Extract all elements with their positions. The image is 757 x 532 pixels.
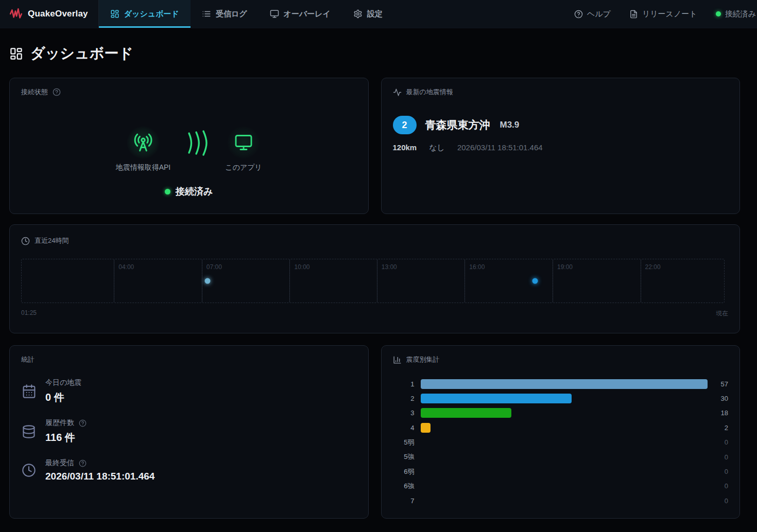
card-title-row: 最新の地震情報	[393, 87, 729, 97]
connection-diagram: 地震情報取得API このアプリ	[21, 126, 357, 172]
intensity-chart-card: 震度別集計 157230318425弱05強06弱06強070	[381, 345, 741, 519]
intensity-count-value: 30	[715, 395, 728, 402]
intensity-bar-track	[421, 437, 708, 447]
quake-event-dot[interactable]	[205, 278, 211, 284]
connection-status-text: 接続済み	[176, 185, 213, 198]
intensity-bar-track	[421, 379, 708, 389]
timeline-tick-label: 04:00	[118, 263, 134, 271]
app-node-label: このアプリ	[225, 163, 262, 172]
help-label: ヘルプ	[587, 9, 611, 19]
latest-quake-card: 最新の地震情報 2 青森県東方沖 M3.9 120km なし 2026/03/1…	[381, 78, 741, 214]
intensity-count-value: 57	[715, 380, 728, 388]
intensity-count-value: 0	[715, 468, 728, 475]
timeline-range-labels: 01:25 現在	[21, 309, 728, 318]
intensity-count-value: 0	[715, 438, 728, 446]
intensity-row: 5弱0	[393, 435, 729, 450]
intensity-row: 42	[393, 420, 729, 435]
waveform-logo-icon	[9, 7, 23, 21]
help-circle-icon[interactable]	[79, 419, 87, 427]
intensity-chart-rows: 157230318425弱05強06弱06強070	[393, 377, 729, 508]
intensity-chart-title: 震度別集計	[406, 355, 440, 364]
document-icon	[629, 10, 638, 19]
connection-card-title: 接続状態	[21, 87, 48, 97]
page-title: ダッシュボード	[30, 44, 133, 63]
timeline-tick-label: 22:00	[645, 263, 661, 271]
help-link[interactable]: ヘルプ	[574, 9, 611, 19]
tab-label: 受信ログ	[216, 9, 247, 19]
timeline-start-label: 01:25	[21, 309, 37, 318]
timeline-segment: 13:00	[377, 259, 466, 303]
tab-reception-log[interactable]: 受信ログ	[191, 0, 259, 28]
connection-status-card: 接続状態 地震情報取得API	[9, 78, 369, 214]
intensity-bar-track	[421, 467, 708, 476]
stat-value-today: 0 件	[45, 391, 81, 404]
help-circle-icon[interactable]	[53, 88, 61, 96]
clock-icon	[21, 237, 30, 245]
intensity-count-value: 2	[715, 424, 728, 432]
intensity-category-label: 5強	[393, 452, 415, 462]
intensity-count-value: 18	[715, 409, 728, 417]
release-notes-label: リリースノート	[642, 9, 697, 19]
depth-value: 120km	[393, 143, 417, 152]
connected-dot-icon	[716, 11, 721, 16]
intensity-category-label: 5弱	[393, 438, 415, 447]
intensity-row: 230	[393, 391, 729, 405]
tab-overlay[interactable]: オーバーレイ	[259, 0, 342, 28]
tab-label: ダッシュボード	[124, 9, 179, 19]
bar-chart-icon	[393, 356, 402, 364]
intensity-category-label: 6強	[393, 482, 415, 491]
latest-quake-card-title: 最新の地震情報	[406, 87, 453, 97]
timeline-segment: 10:00	[289, 259, 377, 303]
connection-status-indicator: 接続済み	[716, 9, 756, 19]
intensity-category-label: 2	[393, 395, 415, 402]
api-node: 地震情報取得API	[116, 126, 171, 172]
intensity-row: 157	[393, 377, 729, 391]
nav-tabs: ダッシュボード 受信ログ オーバーレイ 設定	[98, 0, 394, 28]
help-circle-icon[interactable]	[79, 459, 87, 467]
card-title-row: 直近24時間	[21, 236, 728, 245]
intensity-row: 6強0	[393, 479, 729, 493]
activity-icon	[393, 88, 402, 97]
release-notes-link[interactable]: リリースノート	[629, 9, 697, 19]
top-navbar: QuakeOverlay ダッシュボード 受信ログ オーバーレイ 設定	[0, 0, 757, 28]
quake-details: 120km なし 2026/03/11 18:51:01.464	[393, 143, 729, 153]
tab-settings[interactable]: 設定	[342, 0, 394, 28]
timeline-segment: 16:00	[464, 259, 553, 303]
stat-item-history: 履歴件数 116 件	[21, 418, 357, 445]
timeline-tick-label: 07:00	[207, 263, 222, 271]
stat-label: 今日の地震	[45, 378, 81, 387]
timeline-tick-label: 13:00	[382, 263, 397, 271]
stat-item-last-received: 最終受信 2026/03/11 18:51:01.464	[21, 458, 357, 482]
quake-event-dot[interactable]	[532, 278, 538, 284]
card-title-row: 統計	[21, 355, 357, 364]
timeline-segment: 07:00	[202, 259, 290, 303]
connected-dot-icon	[165, 189, 170, 194]
quake-headline: 2 青森県東方沖 M3.9	[393, 116, 729, 134]
intensity-row: 6弱0	[393, 464, 729, 478]
connection-status-line: 接続済み	[21, 185, 357, 198]
timeline-card: 直近24時間 04:0007:0010:0013:0016:0019:0022:…	[9, 224, 740, 333]
intensity-bar-track	[421, 481, 708, 491]
stat-item-today: 今日の地震 0 件	[21, 378, 357, 404]
clock-icon	[21, 463, 37, 477]
timeline-tick-label: 10:00	[294, 263, 309, 271]
intensity-bar	[421, 423, 431, 433]
intensity-row: 318	[393, 406, 729, 420]
intensity-bar	[421, 394, 572, 403]
intensity-badge: 2	[393, 116, 417, 134]
brand: QuakeOverlay	[9, 0, 98, 28]
main-content: ダッシュボード 接続状態 地震情報取得API	[0, 28, 757, 519]
timeline-tick-label: 16:00	[469, 263, 485, 271]
tsunami-value: なし	[429, 143, 445, 153]
intensity-bar-track	[421, 452, 708, 462]
tab-dashboard[interactable]: ダッシュボード	[99, 0, 191, 28]
intensity-count-value: 0	[715, 497, 728, 505]
timeline-track: 04:0007:0010:0013:0016:0019:0022:00	[21, 259, 728, 303]
stat-label: 履歴件数	[45, 418, 74, 428]
timeline-segment	[21, 259, 114, 303]
card-title-row: 震度別集計	[393, 355, 729, 364]
antenna-icon	[127, 126, 160, 159]
timeline-end-label: 現在	[716, 309, 728, 318]
statistics-card-title: 統計	[21, 355, 35, 364]
intensity-row: 5強0	[393, 450, 729, 464]
